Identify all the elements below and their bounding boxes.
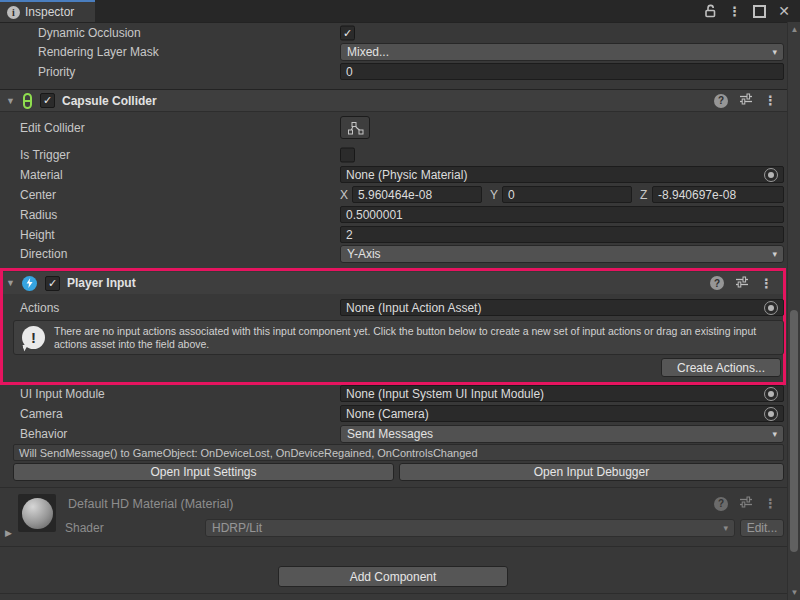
material-value: None (Physic Material) [346,168,467,182]
behavior-value: Send Messages [347,427,433,441]
ui-input-module-object-field[interactable]: None (Input System UI Input Module) [340,385,784,402]
shader-value: HDRP/Lit [212,521,262,535]
check-icon: ✓ [343,28,352,39]
object-picker-icon[interactable] [764,407,778,421]
ui-input-module-row: UI Input Module None (Input System UI In… [0,385,787,403]
shader-row: Shader HDRP/Lit ▾ Edit... [0,519,787,537]
object-picker-icon[interactable] [764,387,778,401]
actions-row: Actions None (Input Action Asset) [3,299,783,317]
priority-input[interactable]: 0 [340,63,784,80]
center-y-input[interactable]: 0 [502,186,632,203]
material-header-icons: ? ⋮ [714,496,777,511]
help-icon[interactable]: ? [714,94,728,108]
window-menu-icon[interactable]: ⋮ [728,5,741,18]
camera-label: Camera [20,407,63,421]
kebab-menu-icon[interactable]: ⋮ [760,277,773,290]
ui-input-module-value: None (Input System UI Input Module) [346,387,544,401]
center-x-input[interactable]: 5.960464e-08 [352,186,482,203]
center-y-value: 0 [508,188,515,202]
actions-object-field[interactable]: None (Input Action Asset) [340,299,784,316]
check-icon: ✓ [43,95,52,106]
radius-value: 0.5000001 [346,208,403,222]
dynamic-occlusion-row: Dynamic Occlusion ✓ [0,24,787,42]
behavior-label: Behavior [20,427,67,441]
center-y-label: Y [490,188,498,202]
capsule-collider-header[interactable]: ▼ ✓ Capsule Collider ? ⋮ [0,89,787,112]
direction-row: Direction Y-Axis ▾ [0,245,787,263]
presets-icon[interactable] [739,93,753,108]
edit-collider-row: Edit Collider [0,116,787,140]
shader-label: Shader [65,521,104,535]
shader-edit-button[interactable]: Edit... [740,519,784,537]
object-picker-icon[interactable] [764,168,778,182]
chevron-down-icon: ▾ [723,523,728,533]
material-object-field[interactable]: None (Physic Material) [340,166,784,183]
camera-value: None (Camera) [346,407,429,421]
actions-value: None (Input Action Asset) [346,301,481,315]
inspector-window: i Inspector ⋮ ✕ Dynamic Occlusion ✓ Rend… [0,0,800,600]
center-z-value: -8.940697e-08 [658,188,736,202]
height-input[interactable]: 2 [340,226,784,243]
tab-inspector[interactable]: i Inspector [0,0,95,22]
close-icon[interactable]: ✕ [778,4,790,18]
dynamic-occlusion-checkbox[interactable]: ✓ [340,26,355,41]
dynamic-occlusion-label: Dynamic Occlusion [38,26,141,40]
priority-value: 0 [346,65,353,79]
material-label: Material [20,168,63,182]
center-row: Center X 5.960464e-08 Y 0 Z -8.940697e-0… [0,186,787,204]
camera-object-field[interactable]: None (Camera) [340,405,784,422]
scrollbar-thumb[interactable] [790,310,798,552]
presets-icon[interactable] [739,496,753,511]
window-controls: ⋮ ✕ [704,3,790,19]
material-header-title: Default HD Material (Material) [68,497,233,512]
kebab-menu-icon[interactable]: ⋮ [764,497,777,510]
is-trigger-label: Is Trigger [20,148,70,162]
is-trigger-row: Is Trigger [0,146,787,164]
edit-collider-button[interactable] [340,116,370,139]
kebab-menu-icon[interactable]: ⋮ [764,94,777,107]
radius-input[interactable]: 0.5000001 [340,206,784,223]
help-icon[interactable]: ? [710,276,724,290]
foldout-icon[interactable]: ▼ [6,96,20,106]
section-divider [0,546,787,547]
scroll-up-icon[interactable]: ▲ [788,25,800,34]
chevron-down-icon: ▾ [772,429,777,439]
capsule-collider-enabled-checkbox[interactable]: ✓ [40,93,55,108]
no-actions-helpbox: ! There are no input actions associated … [13,320,784,355]
direction-dropdown[interactable]: Y-Axis ▾ [340,245,784,263]
priority-row: Priority 0 [0,63,787,81]
behavior-dropdown[interactable]: Send Messages ▾ [340,425,784,443]
edit-collider-icon [347,121,364,135]
is-trigger-checkbox[interactable] [340,148,355,163]
help-icon[interactable]: ? [714,497,728,511]
chevron-down-icon: ▾ [772,249,777,259]
center-label: Center [20,188,56,202]
player-input-highlight-box: ▼ ✓ Player Input ? ⋮ Actions None (Input… [0,268,786,385]
player-input-enabled-checkbox[interactable]: ✓ [45,276,60,291]
radius-row: Radius 0.5000001 [0,206,787,224]
create-actions-button[interactable]: Create Actions... [661,358,781,377]
unlock-icon[interactable] [704,4,716,18]
object-picker-icon[interactable] [764,301,778,315]
center-z-label: Z [640,188,647,202]
chevron-down-icon: ▾ [772,47,777,57]
scroll-down-icon[interactable]: ▼ [788,588,800,597]
maximize-icon[interactable] [753,5,766,18]
center-x-value: 5.960464e-08 [358,188,432,202]
open-input-settings-button[interactable]: Open Input Settings [13,463,394,481]
material-row: Material None (Physic Material) [0,166,787,184]
foldout-icon[interactable]: ▼ [6,278,20,288]
add-component-button[interactable]: Add Component [278,566,508,587]
presets-icon[interactable] [735,276,749,291]
ui-input-module-label: UI Input Module [20,387,105,401]
player-input-header[interactable]: ▼ ✓ Player Input ? ⋮ [3,272,783,294]
edit-collider-label: Edit Collider [20,121,85,135]
behavior-row: Behavior Send Messages ▾ [0,425,787,443]
vertical-scrollbar[interactable]: ▲ ▼ [787,22,800,600]
rendering-layer-mask-dropdown[interactable]: Mixed... ▾ [340,43,784,61]
check-icon: ✓ [48,278,57,289]
open-input-debugger-button[interactable]: Open Input Debugger [399,463,784,481]
rendering-layer-mask-row: Rendering Layer Mask Mixed... ▾ [0,43,787,61]
shader-dropdown[interactable]: HDRP/Lit ▾ [205,519,735,537]
center-z-input[interactable]: -8.940697e-08 [652,186,784,203]
